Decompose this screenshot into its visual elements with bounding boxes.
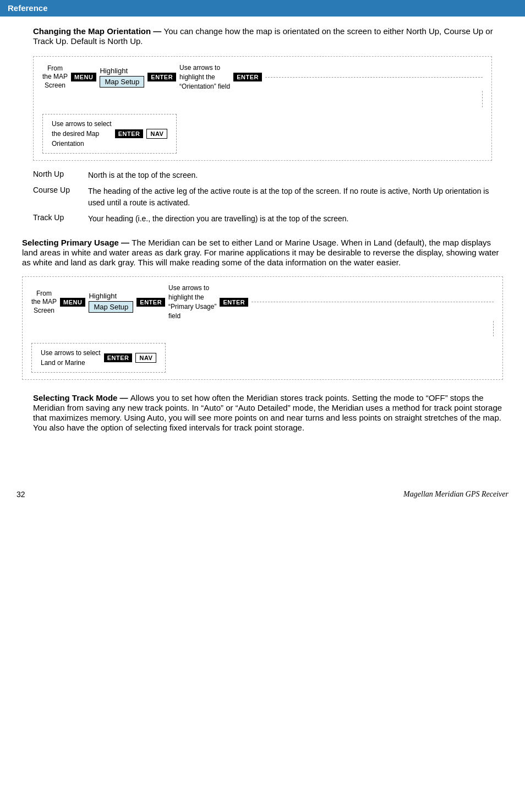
orient-def-trackup: Your heading (i.e., the direction you ar…	[88, 213, 492, 225]
section3-dash: —	[117, 393, 130, 402]
diagram1-inner-enter: ENTER	[115, 129, 144, 138]
diagram2-enter1: ENTER	[136, 298, 165, 307]
diagram2-highlight-label: Highlight	[89, 292, 117, 300]
orient-def-northup: North is at the top of the screen.	[88, 170, 492, 181]
footer: 32 Magellan Meridian GPS Receiver	[0, 484, 525, 504]
diagram1-dashed-line	[265, 77, 483, 78]
diagram1-curve-indicator	[42, 91, 483, 107]
section-primary-usage: Selecting Primary Usage — The Meridian c…	[22, 238, 503, 379]
diagram1-inner-nav: NAV	[146, 129, 167, 139]
footer-product: Magellan Meridian GPS Receiver	[403, 490, 508, 499]
orient-term-trackup: Track Up	[33, 213, 88, 222]
orient-def-courseup: The heading of the active leg of the act…	[88, 186, 492, 209]
diagram1-map-setup-box: Map Setup	[100, 76, 144, 88]
diagram2-outer: From the MAP Screen MENU Highlight Map S…	[22, 276, 503, 379]
section2-title: Selecting Primary Usage	[22, 238, 119, 247]
diagram1-top-row: From the MAP Screen MENU Highlight Map S…	[42, 63, 483, 91]
orient-row-courseup: Course Up The heading of the active leg …	[33, 186, 492, 209]
diagram2-inner-nav: NAV	[135, 353, 156, 363]
orient-row-northup: North Up North is at the top of the scre…	[33, 170, 492, 181]
orient-term-courseup: Course Up	[33, 186, 88, 194]
diagram2-enter2: ENTER	[220, 298, 248, 307]
header-label: Reference	[8, 3, 48, 13]
diagram1-inner-box: Use arrows to select the desired Map Ori…	[42, 114, 177, 154]
section2-dash: —	[119, 238, 132, 247]
diagram2-highlight-group: Highlight Map Setup	[89, 292, 133, 313]
diagram2-menu-badge: MENU	[60, 298, 85, 307]
diagram2-use-arrows: Use arrows to highlight the “Primary Usa…	[168, 284, 216, 320]
diagram1-highlight-group: Highlight Map Setup	[100, 67, 144, 88]
diagram1-outer: From the MAP Screen MENU Highlight Map S…	[33, 56, 492, 161]
section3-title: Selecting Track Mode	[33, 393, 117, 402]
section1-title: Changing the Map Orientation	[33, 26, 151, 36]
diagram2-curve-indicator	[31, 321, 494, 336]
diagram1-enter1: ENTER	[147, 73, 176, 81]
orient-row-trackup: Track Up Your heading (i.e., the directi…	[33, 213, 492, 225]
diagram2-from: From the MAP Screen	[31, 290, 57, 315]
content: Changing the Map Orientation — You can c…	[0, 26, 525, 462]
orient-term-northup: North Up	[33, 170, 88, 178]
header-bar: Reference	[0, 0, 525, 17]
footer-page: 32	[17, 490, 25, 499]
diagram1-use-arrows: Use arrows to highlight the “Orientation…	[179, 63, 230, 91]
orientation-table: North Up North is at the top of the scre…	[33, 170, 492, 225]
diagram2-inner-box: Use arrows to select Land or Marine ENTE…	[31, 343, 166, 373]
section-track-mode: Selecting Track Mode — Allows you to set…	[22, 393, 503, 433]
section-changing-map-orientation: Changing the Map Orientation — You can c…	[22, 26, 503, 225]
diagram1-enter2: ENTER	[233, 73, 262, 81]
diagram1-inner-text: Use arrows to select the desired Map Ori…	[52, 119, 112, 149]
diagram2-map-setup-box: Map Setup	[89, 301, 133, 313]
diagram2-inner-text: Use arrows to select Land or Marine	[41, 348, 101, 368]
diagram2-dashed-line	[251, 302, 494, 302]
diagram1-menu-badge: MENU	[71, 73, 96, 81]
diagram2-inner-enter: ENTER	[104, 353, 133, 362]
diagram1-highlight-label: Highlight	[100, 67, 128, 75]
diagram1-from: From the MAP Screen	[42, 64, 68, 90]
diagram2-top-row: From the MAP Screen MENU Highlight Map S…	[31, 284, 494, 320]
section1-dash: —	[151, 26, 163, 36]
